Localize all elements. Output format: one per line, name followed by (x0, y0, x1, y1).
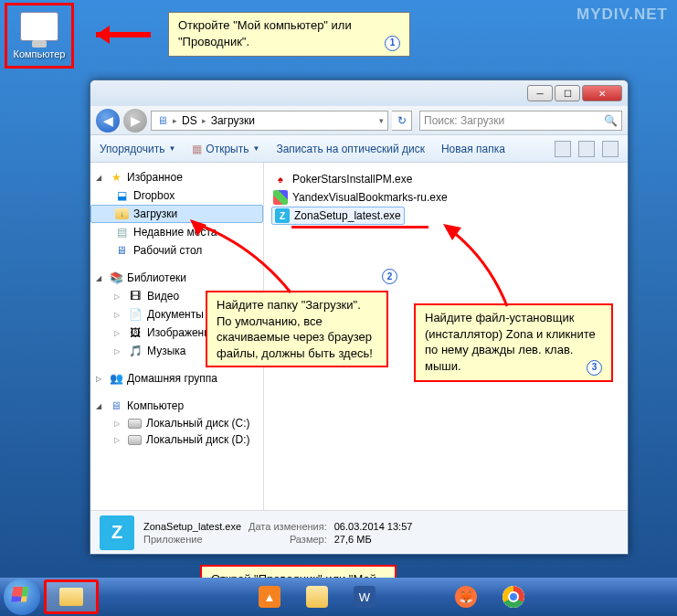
organize-button[interactable]: Упорядочить▼ (100, 143, 175, 155)
callout-1-text: Откройте "Мой компьютер" или "Проводник"… (178, 18, 352, 48)
file-name: ZonaSetup_latest.exe (294, 209, 401, 222)
view-mode-button[interactable] (555, 141, 571, 157)
breadcrumb-sep: ▸ (173, 116, 177, 125)
drive-icon (128, 435, 142, 445)
folder-icon (59, 588, 83, 606)
search-icon: 🔍 (604, 114, 618, 127)
word-icon: W (354, 586, 376, 608)
sidebar-item-desktop[interactable]: 🖥Рабочий стол (90, 241, 263, 260)
back-button[interactable]: ◀ (96, 109, 120, 133)
taskbar: ▲ W 🦊 (0, 578, 677, 616)
documents-icon: 📄 (128, 307, 143, 322)
selected-file-icon: Z (100, 515, 134, 550)
minimize-button[interactable]: ─ (527, 85, 553, 101)
taskbar-vlc[interactable]: ▲ (248, 581, 291, 612)
close-button[interactable]: ✕ (582, 85, 622, 101)
status-filetype: Приложение (143, 534, 241, 545)
dropbox-icon: ⬓ (114, 188, 129, 203)
sidebar-computer[interactable]: ◢🖥Компьютер (90, 397, 263, 415)
refresh-button[interactable]: ↻ (392, 111, 412, 131)
taskbar-word[interactable]: W (343, 581, 386, 612)
downloads-folder-icon (115, 208, 129, 219)
chrome-icon (502, 586, 524, 608)
help-button[interactable] (602, 141, 619, 157)
drive-icon (128, 419, 142, 429)
taskbar-explorer[interactable] (44, 579, 99, 614)
breadcrumb-dropdown-icon[interactable]: ▾ (379, 116, 384, 125)
callout-1: Откройте "Мой компьютер" или "Проводник"… (168, 12, 410, 57)
callout-badge-3: 3 (587, 360, 602, 376)
burn-button[interactable]: Записать на оптический диск (276, 143, 425, 155)
callout-3-text: Найдите файл-установщик (инсталлятор) Zo… (425, 311, 596, 373)
breadcrumb[interactable]: 🖥 ▸ DS ▸ Загрузки ▾ (151, 111, 388, 131)
breadcrumb-seg-downloads[interactable]: Загрузки (209, 114, 257, 127)
watermark: MYDIV.NET (577, 5, 668, 24)
sidebar-item-recent[interactable]: ▤Недавние места (90, 223, 263, 241)
sidebar-homegroup[interactable]: ▷👥Домашняя группа (90, 369, 263, 388)
music-icon: 🎵 (128, 344, 143, 358)
file-name: YandexVisualBookmarks-ru.exe (292, 191, 448, 204)
file-row[interactable]: YandexVisualBookmarks-ru.exe (271, 188, 620, 207)
taskbar-explorer-2[interactable] (295, 581, 339, 612)
homegroup-icon: 👥 (109, 371, 123, 386)
recent-icon: ▤ (114, 225, 129, 239)
view-options (555, 141, 619, 157)
callout-2-text: Найдите папку "Загрузки". По умолчанию, … (217, 298, 373, 360)
new-folder-button[interactable]: Новая папка (441, 143, 505, 155)
status-size-value: 27,6 МБ (334, 534, 413, 545)
sidebar-item-downloads[interactable]: Загрузки (90, 205, 263, 223)
taskbar-firefox[interactable]: 🦊 (444, 581, 488, 612)
status-date-value: 06.03.2014 13:57 (334, 521, 413, 532)
navbar: ◀ ▶ 🖥 ▸ DS ▸ Загрузки ▾ ↻ Поиск: Загрузк… (90, 106, 628, 135)
taskbar-chrome[interactable] (492, 581, 535, 612)
status-date-label: Дата изменения: (249, 521, 327, 532)
status-size-label: Размер: (249, 534, 327, 545)
titlebar: ─ ☐ ✕ (90, 80, 628, 106)
maximize-button[interactable]: ☐ (555, 85, 580, 101)
exe-icon: ♠ (273, 172, 288, 186)
star-icon: ★ (109, 170, 123, 185)
red-underline (291, 226, 428, 228)
start-button[interactable] (4, 579, 40, 615)
callout-badge-1: 1 (385, 36, 400, 51)
computer-icon: 🖥 (109, 398, 123, 413)
breadcrumb-sep: ▸ (202, 116, 206, 125)
explorer-icon (306, 586, 328, 608)
status-filename: ZonaSetup_latest.exe (143, 521, 241, 532)
sidebar-item-disk-c[interactable]: ▷Локальный диск (C:) (90, 415, 263, 431)
desktop-computer-icon[interactable]: Компьютер (5, 3, 74, 69)
vlc-icon: ▲ (259, 586, 280, 608)
file-name: PokerStarsInstallPM.exe (292, 173, 412, 186)
sidebar-item-disk-d[interactable]: ▷Локальный диск (D:) (90, 431, 263, 448)
sidebar-item-dropbox[interactable]: ⬓Dropbox (90, 186, 263, 205)
status-bar: Z ZonaSetup_latest.exe Дата изменения: 0… (90, 510, 628, 554)
desktop-computer-label: Компьютер (14, 48, 66, 59)
exe-icon (273, 190, 288, 205)
desktop-icon: 🖥 (114, 243, 129, 258)
open-button[interactable]: ▦Открыть▼ (192, 143, 259, 155)
breadcrumb-seg-ds[interactable]: DS (180, 114, 199, 127)
callout-3: Найдите файл-установщик (инсталлятор) Zo… (414, 303, 613, 382)
sidebar-libraries[interactable]: ◢📚Библиотеки (90, 269, 263, 287)
sidebar-favorites[interactable]: ◢★Избранное (90, 168, 263, 186)
firefox-icon: 🦊 (455, 586, 477, 608)
callout-2: Найдите папку "Загрузки". По умолчанию, … (206, 291, 388, 367)
breadcrumb-pc-icon: 🖥 (155, 113, 170, 128)
zona-icon: Z (275, 208, 290, 223)
search-box[interactable]: Поиск: Загрузки 🔍 (419, 111, 622, 131)
monitor-icon (20, 12, 58, 41)
libraries-icon: 📚 (109, 271, 123, 285)
search-placeholder: Поиск: Загрузки (424, 114, 504, 127)
pictures-icon: 🖼 (128, 325, 143, 340)
preview-pane-button[interactable] (578, 141, 595, 157)
arrow-1 (87, 27, 160, 46)
toolbar: Упорядочить▼ ▦Открыть▼ Записать на оптич… (90, 135, 628, 163)
video-icon: 🎞 (128, 289, 143, 303)
forward-button[interactable]: ▶ (123, 109, 147, 133)
file-row[interactable]: ♠PokerStarsInstallPM.exe (271, 170, 620, 188)
file-row-selected[interactable]: ZZonaSetup_latest.exe (271, 207, 405, 225)
callout-badge-2: 2 (382, 269, 397, 284)
